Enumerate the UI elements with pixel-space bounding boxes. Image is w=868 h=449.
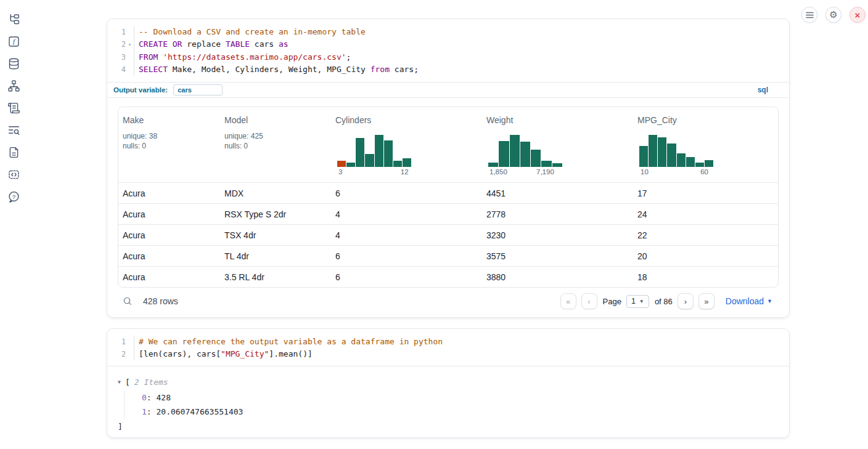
column-header-model[interactable]: Modelunique: 425nulls: 0 xyxy=(220,107,331,182)
histogram-bar xyxy=(649,135,657,167)
language-badge[interactable]: sql xyxy=(758,86,768,94)
table-cell: 6 xyxy=(331,188,482,198)
sql-code-editor[interactable]: 1-- Download a CSV and create an in-memo… xyxy=(107,19,789,82)
column-header-mpg_city[interactable]: MPG_City1060 xyxy=(633,107,778,182)
table-row[interactable]: AcuraTSX 4dr4323022 xyxy=(118,224,778,245)
search-icon[interactable] xyxy=(123,296,133,306)
fold-slot xyxy=(126,336,134,348)
functions-icon[interactable]: f xyxy=(7,35,20,48)
table-cell: 22 xyxy=(633,230,778,240)
axis-tick-max: 12 xyxy=(401,168,409,176)
fold-slot xyxy=(126,63,134,76)
table-cell: 3.5 RL 4dr xyxy=(220,272,331,282)
file-tree-icon[interactable] xyxy=(7,13,20,26)
chevron-down-icon[interactable]: ▼ xyxy=(118,379,125,385)
table-row[interactable]: Acura3.5 RL 4dr6388018 xyxy=(118,266,778,287)
column-histogram[interactable]: 1060 xyxy=(639,135,713,177)
table-cell: 4451 xyxy=(482,188,633,198)
column-stats: unique: 38nulls: 0 xyxy=(123,131,218,151)
column-stat: nulls: 0 xyxy=(224,141,329,151)
histogram-bar xyxy=(337,161,346,167)
chevrons-right-icon: » xyxy=(704,297,708,306)
table-cell: Acura xyxy=(118,209,220,219)
column-header-cylinders[interactable]: Cylinders312 xyxy=(331,107,482,182)
code-line[interactable]: 2[len(cars), cars["MPG_City"].mean()] xyxy=(107,348,782,360)
axis-tick-max: 60 xyxy=(700,168,708,176)
column-histogram[interactable]: 312 xyxy=(337,135,411,177)
output-variable-label: Output variable: xyxy=(113,86,168,94)
python-code-editor[interactable]: 1# We can reference the output variable … xyxy=(107,329,789,366)
list-search-icon[interactable] xyxy=(7,124,20,137)
column-stats: unique: 425nulls: 0 xyxy=(224,131,329,151)
code-line[interactable]: 3FROM 'https://datasets.marimo.app/cars.… xyxy=(107,51,782,63)
prev-page-button[interactable]: ‹ xyxy=(581,293,597,309)
table-cell: 6 xyxy=(331,251,482,261)
database-icon[interactable] xyxy=(7,57,20,70)
first-page-button[interactable]: « xyxy=(560,293,576,309)
svg-text:f: f xyxy=(12,38,15,45)
histogram-bar xyxy=(705,160,713,167)
histogram-bar xyxy=(393,161,402,167)
histogram-bar xyxy=(375,135,383,167)
page-select[interactable]: 1 ▼ xyxy=(626,295,649,308)
histogram-axis: 1,8507,190 xyxy=(488,168,562,177)
histogram-bar xyxy=(365,154,374,167)
item-index: 0 xyxy=(142,393,147,402)
histogram-bar xyxy=(510,135,520,167)
line-number: 3 xyxy=(107,51,126,63)
scroll-icon[interactable] xyxy=(7,102,20,115)
table-cell: 20 xyxy=(633,251,778,261)
tree-item: 0: 428 xyxy=(142,391,779,405)
chevrons-left-icon: « xyxy=(566,297,570,306)
dataframe-table: Makeunique: 38nulls: 0Modelunique: 425nu… xyxy=(118,107,779,288)
bracket-close: ] xyxy=(118,421,779,433)
histogram-axis: 312 xyxy=(337,168,411,177)
table-row[interactable]: AcuraMDX6445117 xyxy=(118,182,778,203)
table-cell: 6 xyxy=(331,272,482,282)
column-histogram[interactable]: 1,8507,190 xyxy=(488,135,562,177)
dependency-graph-icon[interactable] xyxy=(7,79,20,92)
table-row[interactable]: AcuraTL 4dr6357520 xyxy=(118,245,778,266)
settings-button[interactable]: ⚙ xyxy=(825,7,841,23)
code-line[interactable]: 4SELECT Make, Model, Cylinders, Weight, … xyxy=(107,63,782,76)
column-header-weight[interactable]: Weight1,8507,190 xyxy=(482,107,633,182)
code-line[interactable]: 1-- Download a CSV and create an in-memo… xyxy=(107,26,782,38)
code-line[interactable]: 1# We can reference the output variable … xyxy=(107,336,782,348)
sql-cell: 1-- Download a CSV and create an in-memo… xyxy=(107,18,790,318)
fold-chevron-icon[interactable]: ▾ xyxy=(126,38,134,51)
fold-slot xyxy=(126,51,134,63)
table-cell: Acura xyxy=(118,188,220,198)
next-page-button[interactable]: › xyxy=(678,293,694,309)
download-button[interactable]: Download ▼ xyxy=(726,296,772,306)
histogram-bar xyxy=(384,140,393,167)
histogram-bar xyxy=(346,163,355,167)
axis-tick-min: 3 xyxy=(338,168,342,176)
table-body: AcuraMDX6445117AcuraRSX Type S 2dr427782… xyxy=(118,182,778,287)
column-title: Weight xyxy=(486,115,631,125)
line-number: 2 xyxy=(107,38,126,51)
table-cell: RSX Type S 2dr xyxy=(220,209,331,219)
column-title: Cylinders xyxy=(335,115,480,125)
column-header-make[interactable]: Makeunique: 38nulls: 0 xyxy=(118,107,220,182)
code-line[interactable]: 2▾CREATE OR replace TABLE cars as xyxy=(107,38,782,51)
last-page-button[interactable]: » xyxy=(698,293,714,309)
svg-text:?: ? xyxy=(12,193,15,200)
table-cell: 17 xyxy=(633,188,778,198)
table-cell: 24 xyxy=(633,209,778,219)
page-total-label: of 86 xyxy=(655,297,673,306)
output-variable-input[interactable] xyxy=(173,84,223,95)
page-label: Page xyxy=(603,297,621,306)
table-cell: 18 xyxy=(633,272,778,282)
histogram-bars xyxy=(639,135,713,167)
tree-item: 1: 20.060747663551403 xyxy=(142,405,779,419)
table-row[interactable]: AcuraRSX Type S 2dr4277824 xyxy=(118,203,778,224)
help-icon[interactable]: ? xyxy=(7,190,20,203)
document-icon[interactable] xyxy=(7,146,20,159)
shutdown-button[interactable]: × xyxy=(850,7,866,23)
menu-button[interactable] xyxy=(801,7,817,23)
table-cell: 3575 xyxy=(482,251,633,261)
snippets-icon[interactable] xyxy=(7,168,20,181)
axis-tick-min: 1,850 xyxy=(489,168,507,176)
histogram-bar xyxy=(488,163,498,167)
chevron-down-icon: ▼ xyxy=(767,298,772,304)
